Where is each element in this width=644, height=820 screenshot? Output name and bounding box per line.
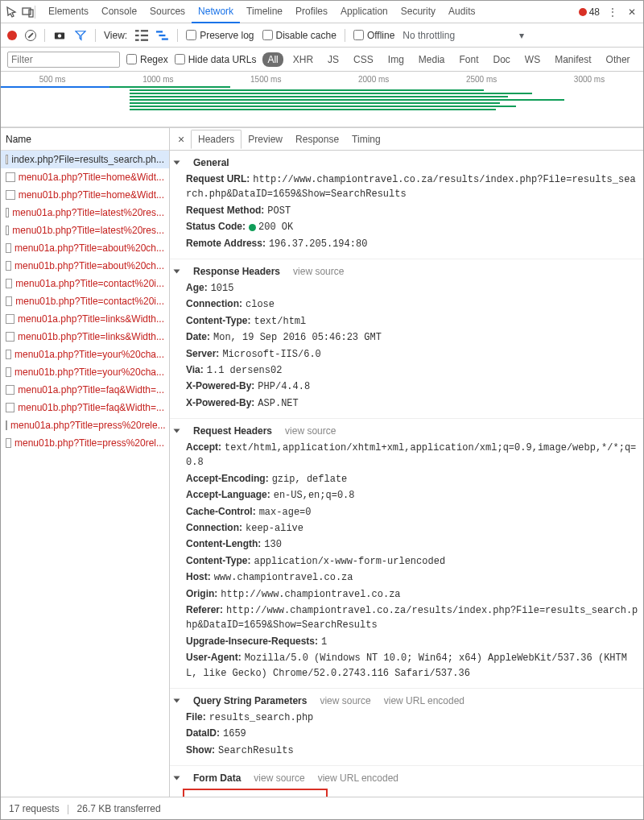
filter-type-xhr[interactable]: XHR	[288, 52, 318, 67]
filter-type-js[interactable]: JS	[323, 52, 344, 67]
filter-type-ws[interactable]: WS	[520, 52, 545, 67]
view-url-encoded-link[interactable]: view URL encoded	[318, 772, 398, 784]
details-tab-preview[interactable]: Preview	[242, 130, 289, 148]
device-toggle-icon[interactable]	[22, 6, 35, 19]
header-value: Microsoft-IIS/6.0	[222, 349, 320, 360]
request-row[interactable]: menu01b.php?Title=your%20cha...	[1, 363, 169, 381]
view-url-encoded-link[interactable]: view URL encoded	[384, 695, 464, 706]
request-row[interactable]: menu01a.php?Title=latest%20res...	[1, 204, 169, 222]
request-list-header[interactable]: Name	[1, 128, 169, 151]
view-source-link[interactable]: view source	[320, 695, 370, 706]
request-row[interactable]: menu01a.php?Title=contact%20i...	[1, 275, 169, 292]
request-row[interactable]: menu01a.php?Title=press%20rele...	[1, 416, 169, 434]
tab-profiles[interactable]: Profiles	[289, 1, 334, 23]
header-key: SearchString:	[189, 795, 253, 797]
tab-console[interactable]: Console	[95, 1, 143, 23]
header-value: PHP/4.4.8	[258, 381, 310, 392]
request-row[interactable]: menu01b.php?Title=about%20ch...	[1, 257, 169, 275]
header-key: Origin:	[186, 588, 217, 599]
hide-data-urls-checkbox[interactable]: Hide data URLs	[175, 54, 257, 65]
request-label: menu01a.php?Title=press%20rele...	[10, 416, 166, 434]
disclosure-icon[interactable]	[174, 161, 180, 165]
view-source-link[interactable]: view source	[254, 772, 304, 784]
regex-checkbox[interactable]: Regex	[126, 54, 168, 65]
clear-icon[interactable]	[25, 30, 36, 41]
header-value: http://www.championtravel.co.za/results/…	[186, 174, 636, 200]
tab-audits[interactable]: Audits	[442, 1, 481, 23]
offline-checkbox[interactable]: Offline	[353, 30, 394, 41]
section-title-general: General	[193, 157, 229, 168]
filter-type-doc[interactable]: Doc	[489, 52, 515, 67]
request-list: Name index.php?File=results_search.ph...…	[1, 128, 170, 797]
header-row: Accept:text/html,application/xhtml+xml,a…	[175, 440, 638, 471]
request-row[interactable]: menu01b.php?Title=press%20rel...	[1, 434, 169, 452]
request-row[interactable]: menu01b.php?Title=latest%20res...	[1, 222, 169, 239]
record-icon[interactable]	[7, 31, 17, 40]
error-count[interactable]: 48	[579, 6, 600, 18]
request-row[interactable]: menu01b.php?Title=faq&Width=...	[1, 399, 169, 416]
disable-cache-checkbox[interactable]: Disable cache	[262, 30, 336, 41]
filter-type-manifest[interactable]: Manifest	[550, 52, 596, 67]
filter-type-other[interactable]: Other	[601, 52, 635, 67]
header-value: POST	[267, 205, 291, 217]
file-icon	[6, 314, 14, 324]
request-row[interactable]: menu01b.php?Title=contact%20i...	[1, 292, 169, 310]
file-icon	[6, 332, 14, 342]
svg-rect-12	[162, 38, 168, 39]
tab-network[interactable]: Network	[192, 1, 240, 23]
filter-type-media[interactable]: Media	[414, 52, 450, 67]
throttling-select[interactable]: No throttling▾	[402, 30, 524, 41]
header-key: Cache-Control:	[186, 506, 256, 517]
request-row[interactable]: menu01a.php?Title=faq&Width=...	[1, 381, 169, 399]
header-key: X-Powered-By:	[186, 397, 254, 408]
close-details-icon[interactable]: ×	[173, 133, 189, 146]
details-tab-timing[interactable]: Timing	[345, 130, 387, 148]
view-source-link[interactable]: view source	[285, 425, 336, 437]
svg-point-3	[58, 34, 61, 37]
filter-type-css[interactable]: CSS	[349, 52, 378, 67]
filter-icon[interactable]	[74, 29, 87, 42]
header-key: Request Method:	[186, 205, 264, 216]
tab-sources[interactable]: Sources	[143, 1, 192, 23]
filter-type-img[interactable]: Img	[383, 52, 409, 67]
tab-application[interactable]: Application	[334, 1, 394, 23]
file-icon	[6, 261, 11, 271]
request-row[interactable]: menu01a.php?Title=home&Widt...	[1, 168, 169, 186]
view-waterfall-icon[interactable]	[156, 29, 169, 42]
request-label: menu01b.php?Title=faq&Width=...	[18, 399, 164, 416]
header-value: en-US,en;q=0.8	[274, 490, 355, 501]
request-label: menu01a.php?Title=faq&Width=...	[18, 381, 164, 399]
view-source-link[interactable]: view source	[293, 266, 344, 277]
section-query-string: Query String Parametersview sourceview U…	[170, 689, 643, 766]
header-row: Age:1015	[175, 280, 638, 296]
header-row: DataID:1659	[175, 726, 638, 742]
header-row: Content-Length:130	[175, 536, 638, 553]
inspect-icon[interactable]	[6, 6, 19, 19]
disclosure-icon[interactable]	[174, 698, 180, 702]
request-row[interactable]: menu01a.php?Title=links&Width...	[1, 310, 169, 328]
more-icon[interactable]: ⋮	[606, 6, 619, 19]
filter-type-all[interactable]: All	[262, 52, 283, 67]
request-row[interactable]: menu01a.php?Title=your%20cha...	[1, 346, 169, 363]
filter-input[interactable]	[7, 52, 120, 68]
header-row: X-Powered-By:PHP/4.4.8	[175, 379, 638, 395]
request-row[interactable]: menu01b.php?Title=links&Width...	[1, 328, 169, 346]
request-row[interactable]: index.php?File=results_search.ph...	[1, 151, 169, 168]
tab-elements[interactable]: Elements	[42, 1, 95, 23]
filter-type-font[interactable]: Font	[455, 52, 484, 67]
overview-timeline[interactable]: 500 ms1000 ms1500 ms2000 ms2500 ms3000 m…	[1, 72, 643, 128]
tab-security[interactable]: Security	[394, 1, 442, 23]
request-row[interactable]: menu01b.php?Title=home&Widt...	[1, 186, 169, 204]
close-devtools-icon[interactable]: ✕	[625, 6, 638, 19]
disclosure-icon[interactable]	[174, 429, 180, 433]
view-large-icon[interactable]	[135, 29, 148, 42]
details-tab-headers[interactable]: Headers	[191, 130, 242, 149]
screenshot-icon[interactable]	[53, 29, 66, 42]
details-tab-response[interactable]: Response	[289, 130, 345, 148]
disclosure-icon[interactable]	[174, 777, 180, 781]
svg-rect-4	[135, 30, 139, 31]
preserve-log-checkbox[interactable]: Preserve log	[186, 30, 254, 41]
disclosure-icon[interactable]	[174, 269, 180, 273]
tab-timeline[interactable]: Timeline	[240, 1, 289, 23]
request-row[interactable]: menu01a.php?Title=about%20ch...	[1, 239, 169, 257]
